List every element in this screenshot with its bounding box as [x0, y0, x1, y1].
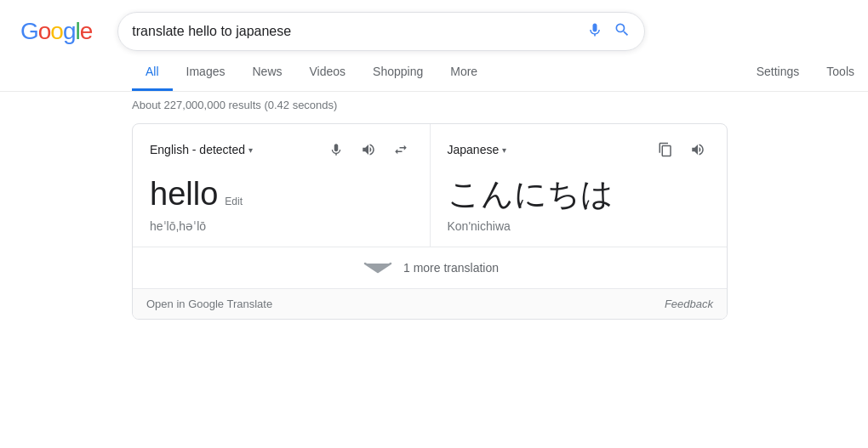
target-text: こんにちは: [448, 175, 711, 214]
edit-label[interactable]: Edit: [225, 196, 243, 207]
source-speaker-button[interactable]: [357, 138, 380, 162]
search-input[interactable]: [132, 24, 586, 39]
header: Google: [0, 0, 868, 51]
source-lang-arrow-icon: ▾: [248, 145, 253, 155]
source-text: hello: [150, 176, 218, 212]
tab-shopping[interactable]: Shopping: [359, 54, 437, 91]
source-language-label: English - detected: [150, 143, 245, 156]
target-language-selector[interactable]: Japanese ▾: [448, 143, 507, 156]
source-phonetic: heˈlō,həˈlō: [150, 219, 413, 233]
logo-letter-o1: o: [38, 18, 51, 44]
logo-letter-o2: o: [50, 18, 63, 44]
source-panel: English - detected ▾ helloEdit: [133, 124, 431, 247]
open-in-google-translate-link[interactable]: Open in Google Translate: [146, 298, 272, 310]
copy-button[interactable]: [654, 138, 677, 162]
target-phonetic: Kon'nichiwa: [448, 219, 711, 233]
translation-panels: English - detected ▾ helloEdit: [133, 124, 727, 247]
tab-images[interactable]: Images: [173, 54, 239, 91]
source-mic-button[interactable]: [324, 138, 348, 162]
google-logo[interactable]: Google: [20, 18, 92, 45]
microphone-icon[interactable]: [586, 21, 603, 43]
tab-more[interactable]: More: [437, 54, 491, 91]
source-text-container: helloEdit: [150, 175, 413, 214]
target-panel: Japanese ▾ こんにちは Kon'nichiwa: [431, 124, 728, 247]
translation-card: English - detected ▾ helloEdit: [132, 123, 728, 320]
target-panel-icons: [654, 138, 710, 162]
more-translations-label: 1 more translation: [403, 261, 499, 275]
source-swap-button[interactable]: [389, 138, 413, 162]
tab-tools[interactable]: Tools: [813, 54, 868, 91]
logo-letter-g2: g: [63, 18, 76, 44]
nav-tabs: All Images News Videos Shopping More Set…: [0, 54, 868, 92]
tab-videos[interactable]: Videos: [296, 54, 360, 91]
source-language-selector[interactable]: English - detected ▾: [150, 143, 253, 156]
logo-letter-e: e: [80, 18, 93, 44]
target-lang-arrow-icon: ▾: [502, 145, 506, 155]
search-icon-group: [586, 21, 631, 43]
nav-right: Settings Tools: [743, 54, 868, 91]
card-footer: Open in Google Translate Feedback: [133, 288, 727, 319]
more-translations-row[interactable]: 1 more translation: [133, 247, 727, 288]
tab-all[interactable]: All: [132, 54, 173, 91]
source-panel-icons: [324, 138, 413, 162]
search-bar[interactable]: [117, 12, 645, 51]
chevron-down-icon: [361, 259, 395, 276]
feedback-link[interactable]: Feedback: [665, 298, 713, 310]
results-count: About 227,000,000 results (0.42 seconds): [0, 92, 868, 118]
target-speaker-button[interactable]: [686, 138, 710, 162]
target-language-label: Japanese: [448, 143, 500, 156]
tab-news[interactable]: News: [238, 54, 295, 91]
source-panel-header: English - detected ▾: [150, 138, 413, 162]
logo-letter-g: G: [20, 18, 38, 44]
tab-settings[interactable]: Settings: [743, 54, 814, 91]
target-panel-header: Japanese ▾: [448, 138, 711, 162]
search-button[interactable]: [614, 21, 631, 43]
